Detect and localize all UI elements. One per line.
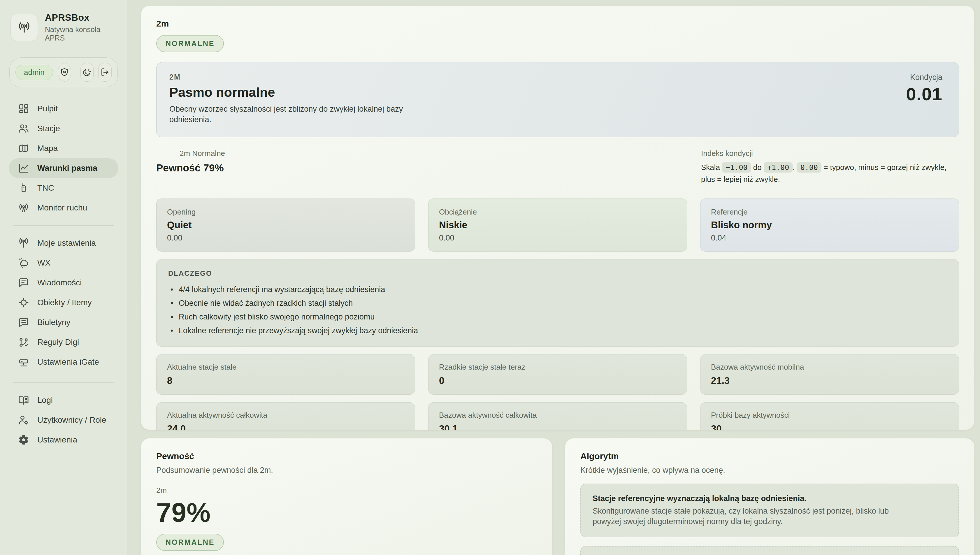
confidence-status-badge: NORMALNE bbox=[156, 534, 224, 551]
shield-crown-icon bbox=[60, 67, 69, 77]
hero-band-label: 2M bbox=[169, 73, 941, 81]
stat-card-baseline-samples: Próbki bazy aktywności 30 bbox=[700, 402, 959, 430]
metric-cards-row: Opening Quiet 0.00 Obciążenie Niskie 0.0… bbox=[156, 199, 959, 252]
algorithm-panel-subtitle: Krótkie wyjaśnienie, co wpływa na ocenę. bbox=[581, 466, 959, 475]
confidence-panel-subtitle: Podsumowanie pewności dla 2m. bbox=[156, 466, 537, 475]
algorithm-panel-title: Algorytm bbox=[581, 451, 959, 461]
user-card: admin bbox=[9, 58, 118, 87]
sidebar-item-reguly-digi[interactable]: Reguły Digi bbox=[9, 332, 118, 352]
logout-icon bbox=[100, 67, 110, 77]
algorithm-note-traffic: Ruch szacuje zajętość kanału, ale sam w … bbox=[581, 546, 959, 555]
health-index-label: Indeks kondycji bbox=[701, 149, 959, 158]
app-logo bbox=[11, 14, 38, 41]
algorithm-note-references: Stacje referencyjne wyznaczają lokalną b… bbox=[581, 484, 959, 537]
user-gear-icon bbox=[18, 414, 29, 425]
confidence-panel-title: Pewność bbox=[156, 451, 537, 461]
moon-stars-icon bbox=[82, 67, 91, 77]
stat-card-baseline-total: Bazowa aktywność całkowita 30.1 bbox=[428, 402, 687, 430]
confidence-row: 2m Normalne Pewność 79% Indeks kondycji … bbox=[156, 149, 959, 186]
radio-tower-icon bbox=[18, 21, 31, 34]
health-score: Kondycja 0.01 bbox=[906, 73, 942, 104]
theme-toggle-button[interactable] bbox=[80, 63, 94, 82]
hero-title: Pasmo normalne bbox=[169, 85, 941, 100]
why-bullet: Obecnie nie widać żadnych rzadkich stacj… bbox=[168, 299, 947, 308]
sidebar-item-stacje[interactable]: Stacje bbox=[9, 119, 118, 138]
stats-grid: Aktualne stacje stałe 8 Rzadkie stacje s… bbox=[156, 354, 959, 430]
sidebar-item-logi[interactable]: Logi bbox=[9, 390, 118, 410]
scale-zero-value: 0.00 bbox=[797, 162, 821, 173]
sidebar-item-tnc[interactable]: TNC bbox=[9, 178, 118, 198]
radio-tower-icon bbox=[18, 202, 29, 213]
server-icon bbox=[18, 356, 29, 367]
stat-card-current-total: Aktualna aktywność całkowita 24.0 bbox=[156, 402, 415, 430]
sidebar-item-mapa[interactable]: Mapa bbox=[9, 138, 118, 158]
message-square-icon bbox=[18, 277, 29, 288]
main-content: 2m NORMALNE 2M Pasmo normalne Obecny wzo… bbox=[127, 0, 980, 555]
handheld-radio-icon bbox=[18, 183, 29, 194]
why-card: DLACZEGO 4/4 lokalnych referencji ma wys… bbox=[156, 259, 959, 346]
why-label: DLACZEGO bbox=[168, 269, 947, 278]
why-bullet-list: 4/4 lokalnych referencji ma wystarczając… bbox=[168, 285, 947, 335]
app-title: APRSBox bbox=[45, 12, 117, 23]
status-badge: NORMALNE bbox=[156, 35, 224, 52]
logout-button[interactable] bbox=[98, 63, 112, 82]
sidebar: APRSBox Natywna konsola APRS admin bbox=[0, 0, 127, 555]
user-role-badge: admin bbox=[16, 65, 53, 80]
sidebar-item-ustawienia-igate[interactable]: Ustawienia iGate bbox=[9, 352, 118, 372]
nav-divider bbox=[13, 382, 114, 383]
weather-cloud-icon bbox=[18, 257, 29, 268]
book-open-icon bbox=[18, 395, 29, 406]
scale-max-value: +1.00 bbox=[764, 162, 792, 173]
map-icon bbox=[18, 143, 29, 154]
stat-card-rare-fixed: Rzadkie stacje stałe teraz 0 bbox=[428, 354, 687, 395]
dashboard-icon bbox=[18, 103, 29, 114]
gear-icon bbox=[18, 434, 29, 445]
chart-line-icon bbox=[18, 163, 29, 174]
sidebar-item-monitor-ruchu[interactable]: Monitor ruchu bbox=[9, 198, 118, 218]
sidebar-item-pulpit[interactable]: Pulpit bbox=[9, 99, 118, 119]
bottom-panels: Pewność Podsumowanie pewności dla 2m. 2m… bbox=[141, 438, 974, 555]
confidence-panel: Pewność Podsumowanie pewności dla 2m. 2m… bbox=[141, 438, 552, 555]
stat-card-current-fixed: Aktualne stacje stałe 8 bbox=[156, 354, 415, 395]
why-bullet: Lokalne referencje nie przewyższają swoj… bbox=[168, 326, 947, 335]
health-index-info: Indeks kondycji Skala −1.00 do +1.00. 0.… bbox=[701, 149, 959, 185]
health-score-label: Kondycja bbox=[906, 73, 942, 82]
nav-divider bbox=[13, 225, 114, 226]
why-bullet: 4/4 lokalnych referencji ma wystarczając… bbox=[168, 285, 947, 294]
app-subtitle: Natywna konsola APRS bbox=[45, 26, 117, 42]
antenna-icon bbox=[18, 237, 29, 249]
why-bullet: Ruch całkowity jest blisko swojego norma… bbox=[168, 313, 947, 321]
sidebar-item-wx[interactable]: WX bbox=[9, 253, 118, 273]
hero-description: Obecny wzorzec słyszalności jest zbliżon… bbox=[169, 104, 417, 125]
sidebar-item-warunki-pasma[interactable]: Warunki pasma bbox=[9, 158, 118, 178]
metric-card-references: Referencje Blisko normy 0.04 bbox=[700, 199, 959, 252]
app-brand: APRSBox Natywna konsola APRS bbox=[11, 12, 117, 42]
health-score-value: 0.01 bbox=[906, 83, 942, 104]
admin-shield-button[interactable] bbox=[58, 63, 71, 82]
bulletin-icon bbox=[18, 317, 29, 328]
band-conditions-card: 2m NORMALNE 2M Pasmo normalne Obecny wzo… bbox=[141, 6, 974, 430]
sidebar-nav: Pulpit Stacje Mapa Warunki pasma TNC Mon… bbox=[9, 99, 118, 450]
sidebar-item-moje-ustawienia[interactable]: Moje ustawienia bbox=[9, 233, 118, 253]
sidebar-item-obiekty[interactable]: Obiekty / Itemy bbox=[9, 293, 118, 313]
health-index-text: Skala −1.00 do +1.00. 0.00 = typowo, min… bbox=[701, 162, 959, 185]
git-branch-icon bbox=[18, 337, 29, 348]
sidebar-item-uzytkownicy[interactable]: Użytkownicy / Role bbox=[9, 410, 118, 430]
sidebar-item-biuletyny[interactable]: Biuletyny bbox=[9, 313, 118, 332]
stat-card-mobile-baseline: Bazowa aktywność mobilna 21.3 bbox=[700, 354, 959, 395]
metric-card-opening: Opening Quiet 0.00 bbox=[156, 199, 415, 252]
band-summary-hero: 2M Pasmo normalne Obecny wzorzec słyszal… bbox=[156, 62, 959, 137]
confidence-percent: 79% bbox=[156, 497, 537, 528]
users-icon bbox=[18, 123, 29, 134]
algorithm-panel: Algorytm Krótkie wyjaśnienie, co wpływa … bbox=[565, 438, 974, 555]
page-title: 2m bbox=[156, 19, 959, 29]
metric-card-load: Obciążenie Niskie 0.00 bbox=[428, 199, 687, 252]
sidebar-item-wiadomosci[interactable]: Wiadomości bbox=[9, 273, 118, 293]
locate-icon bbox=[18, 297, 29, 308]
confidence-band-label: 2m bbox=[156, 486, 537, 495]
scale-min-value: −1.00 bbox=[722, 162, 751, 173]
sidebar-item-ustawienia[interactable]: Ustawienia bbox=[9, 430, 118, 450]
